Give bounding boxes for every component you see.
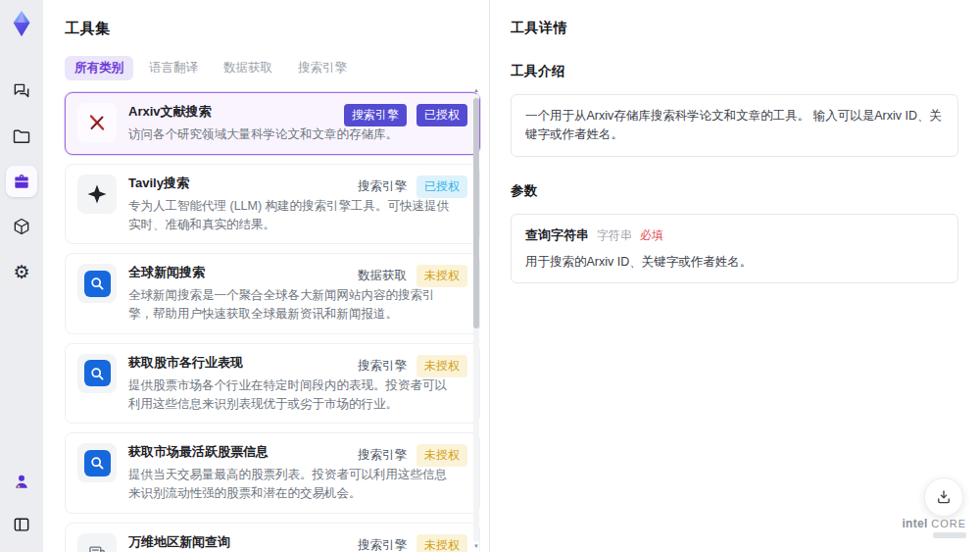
status-badge: 未授权 (416, 355, 467, 377)
status-badge: 未授权 (416, 534, 467, 552)
tool-card-most-active-stocks[interactable]: 获取市场最活跃股票信息 提供当天交易量最高的股票列表。投资者可以利用这些信息来识… (65, 432, 480, 514)
intro-text: 一个用于从Arxiv存储库搜索科学论文和文章的工具。 输入可以是Arxiv ID… (525, 107, 944, 144)
intel-wordmark: intel (902, 517, 927, 530)
cube-icon (12, 217, 31, 236)
tool-list-panel: 工具集 所有类别 语言翻译 数据获取 搜索引擎 Arxiv文献搜索 访问各个研究… (43, 0, 490, 552)
sidebar: ⚙ (0, 0, 43, 552)
category-label: 搜索引擎 (358, 358, 407, 375)
tab-data-acquisition[interactable]: 数据获取 (214, 56, 282, 80)
tool-card-stock-sector-performance[interactable]: 获取股市各行业表现 提供股票市场各个行业在特定时间段内的表现。投资者可以利用这些… (65, 343, 480, 425)
tab-all-categories[interactable]: 所有类别 (65, 56, 133, 80)
status-badge: 未授权 (416, 265, 467, 287)
detail-title: 工具详情 (511, 20, 958, 37)
logo-gem-icon (7, 9, 36, 38)
tool-card-regional-news-query[interactable]: 万维地区新闻查询 查询具体行政区划内的新闻，快速了解各地新闻动 搜索引擎 未授权 (65, 523, 480, 552)
blue-search-icon (84, 360, 111, 386)
blue-search-icon (84, 271, 111, 297)
tool-description: 提供当天交易量最高的股票列表。投资者可以利用这些信息来识别流动性强的股票和潜在的… (128, 466, 454, 503)
core-wordmark: core (931, 518, 966, 529)
sidebar-nav: ⚙ (6, 75, 37, 287)
arxiv-icon (77, 103, 117, 142)
scrollbar-track[interactable] (473, 94, 479, 542)
download-button[interactable] (924, 477, 963, 517)
toolbox-icon (12, 172, 31, 191)
app-window: ⚙ 工具集 所有类别 语言翻译 数据获取 (0, 0, 980, 552)
tool-card-tavily[interactable]: Tavily搜索 专为人工智能代理 (LLM) 构建的搜索引擎工具。可快速提供实… (65, 164, 480, 245)
star-icon (77, 175, 117, 214)
status-badge: 已授权 (416, 176, 467, 198)
status-badge: 已授权 (416, 104, 467, 126)
category-label: 数据获取 (358, 268, 407, 284)
blue-search-icon (84, 450, 111, 477)
page-title: 工具集 (65, 20, 489, 38)
sidebar-item-chat[interactable] (6, 75, 37, 107)
panel-icon (12, 515, 31, 534)
scroll-up-icon[interactable]: ▲ (473, 86, 479, 94)
sidebar-item-tools[interactable] (6, 166, 37, 197)
params-heading: 参数 (511, 182, 958, 200)
tab-search-engine[interactable]: 搜索引擎 (288, 56, 357, 80)
category-label: 搜索引擎 (358, 447, 407, 464)
status-badge: 未授权 (416, 444, 467, 467)
category-tabs: 所有类别 语言翻译 数据获取 搜索引擎 (65, 56, 489, 80)
download-icon (935, 488, 953, 506)
param-required-flag: 必填 (640, 227, 663, 244)
tool-description: 提供股票市场各个行业在特定时间段内的表现。投资者可以利用这些信息来识别表现优于或… (128, 376, 454, 414)
newspaper-icon (77, 533, 117, 552)
tool-card-global-news-search[interactable]: 全球新闻搜索 全球新闻搜索是一个聚合全球各大新闻网站内容的搜索引擎，帮助用户快速… (65, 253, 480, 334)
user-icon (12, 472, 31, 491)
tool-description: 访问各个研究领域大量科学论文和文章的存储库。 (128, 125, 398, 144)
sidebar-item-files[interactable] (6, 121, 37, 152)
sidebar-item-collapse-panel[interactable] (6, 509, 37, 540)
app-logo[interactable] (5, 7, 38, 40)
gear-icon: ⚙ (13, 263, 29, 281)
list-scrollbar[interactable]: ▲ ▼ (472, 86, 480, 550)
intel-core-logo: intel core (902, 517, 966, 538)
intro-box: 一个用于从Arxiv存储库搜索科学论文和文章的工具。 输入可以是Arxiv ID… (511, 94, 958, 157)
scroll-down-icon[interactable]: ▼ (473, 542, 479, 550)
folder-icon (12, 126, 31, 146)
param-description: 用于搜索的Arxiv ID、关键字或作者姓名。 (525, 253, 944, 272)
param-box: 查询字符串 字符串 必填 用于搜索的Arxiv ID、关键字或作者姓名。 (511, 214, 958, 284)
tab-language-translation[interactable]: 语言翻译 (139, 56, 208, 80)
param-type: 字符串 (597, 227, 632, 244)
sidebar-item-account[interactable] (6, 466, 37, 497)
scrollbar-thumb[interactable] (473, 98, 479, 328)
sidebar-item-models[interactable] (6, 211, 37, 242)
param-name: 查询字符串 (525, 226, 589, 244)
category-label: 搜索引擎 (358, 178, 407, 195)
category-badge: 搜索引擎 (344, 104, 407, 126)
brand-subtext-strip (933, 532, 966, 538)
tool-card-arxiv[interactable]: Arxiv文献搜索 访问各个研究领域大量科学论文和文章的存储库。 搜索引擎 已授… (65, 92, 480, 155)
tool-description: 专为人工智能代理 (LLM) 构建的搜索引擎工具。可快速提供实时、准确和真实的结… (128, 197, 454, 234)
sidebar-bottom (6, 466, 37, 540)
chat-icon (12, 81, 31, 101)
intro-heading: 工具介绍 (511, 63, 958, 80)
tool-detail-panel: 工具详情 工具介绍 一个用于从Arxiv存储库搜索科学论文和文章的工具。 输入可… (491, 0, 980, 552)
sidebar-item-settings[interactable]: ⚙ (6, 256, 37, 287)
category-label: 搜索引擎 (358, 537, 407, 552)
tool-description: 全球新闻搜索是一个聚合全球各大新闻网站内容的搜索引擎，帮助用户快速获取全球最新资… (128, 286, 454, 324)
tool-list: Arxiv文献搜索 访问各个研究领域大量科学论文和文章的存储库。 搜索引擎 已授… (65, 92, 480, 552)
